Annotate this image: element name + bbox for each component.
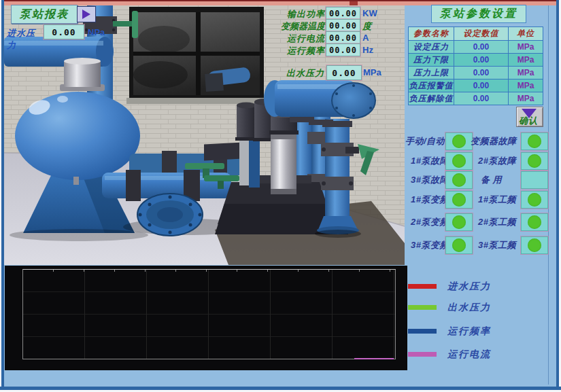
output-power-value: 00.00	[326, 7, 360, 20]
hmi-main-screen: 泵站报表 进水压力 0.00 NPa 输出功率 00.00 KW 变频器温度 0…	[0, 0, 561, 392]
param-value-field[interactable]: 0.00	[454, 67, 509, 79]
inlet-pressure-value: 0.00	[44, 24, 84, 39]
status-label-pump2-fault: 2#泵故障	[478, 155, 516, 167]
param-unit: MPa	[509, 92, 543, 105]
param-value-field[interactable]: 0.00	[454, 41, 509, 54]
header-pipe	[264, 80, 375, 118]
confirm-button[interactable]: 确认	[516, 107, 543, 127]
status-label-pump1-fault: 1#泵故障	[411, 155, 449, 167]
lamp-dot-icon	[452, 193, 466, 207]
status-label-pump1-mains: 1#泵工频	[478, 194, 516, 206]
legend-swatch-inlet	[408, 284, 437, 289]
param-unit: MPa	[509, 67, 543, 79]
status-lamp-pump3-vfd	[445, 236, 473, 254]
lamp-dot-icon	[452, 173, 466, 187]
param-name: 压力下限	[409, 54, 454, 67]
lamp-dot-icon	[452, 154, 466, 168]
status-label-pump2-mains: 2#泵工频	[478, 216, 516, 228]
settings-panel-title: 泵站参数设置	[431, 5, 526, 23]
trend-chart	[5, 266, 407, 370]
lamp-dot-icon	[452, 135, 466, 148]
status-label-spare: 备 用	[481, 174, 502, 186]
outlet-pressure-value: 0.00	[326, 65, 362, 80]
param-name: 设定压力	[409, 41, 454, 54]
run-frequency-value: 00.00	[326, 43, 360, 56]
report-button[interactable]: 泵站报表	[11, 5, 78, 24]
table-row: 压力上限 0.00 MPa	[409, 67, 543, 79]
inlet-pressure-unit: NPa	[88, 27, 105, 37]
col-header-name: 参数名称	[409, 27, 454, 41]
param-name: 压力上限	[409, 67, 454, 79]
legend-label-inlet: 进水压力	[447, 281, 491, 293]
status-lamp-auto-manual	[445, 132, 473, 150]
status-lamp-vfd-fault	[521, 132, 548, 150]
param-unit: MPa	[509, 79, 543, 92]
output-power-label: 输出功率	[277, 8, 325, 20]
status-lamp-pump2-mains	[521, 213, 548, 231]
inlet-pressure-label: 进水压力	[7, 27, 44, 52]
status-label-vfd-fault: 变频器故障	[471, 135, 517, 147]
status-lamp-pump2-vfd	[445, 213, 473, 231]
outlet-pressure-unit: MPa	[363, 67, 381, 77]
inverter-temp-label: 变频器温度	[277, 20, 325, 33]
plot-top-ticks	[23, 270, 395, 272]
param-unit: MPa	[509, 41, 543, 54]
status-label-pump3-mains: 3#泵工频	[478, 239, 516, 251]
lamp-dot-icon	[528, 154, 541, 168]
param-value-field[interactable]: 0.00	[454, 54, 509, 67]
output-power-unit: KW	[362, 8, 377, 18]
param-unit: MPa	[509, 54, 543, 67]
window	[126, 7, 267, 104]
status-label-pump3-fault: 3#泵故障	[411, 174, 449, 186]
status-label-auto-manual: 手动/自动	[405, 135, 445, 147]
table-row: 压力下限 0.00 MPa	[409, 54, 543, 67]
confirm-label: 确认	[519, 115, 538, 127]
param-name: 负压解除值	[409, 92, 454, 105]
status-lamp-spare	[521, 171, 548, 189]
table-row: 设定压力 0.00 MPa	[409, 41, 543, 54]
frame-left-border	[1, 0, 4, 392]
legend-swatch-frequency	[408, 329, 437, 334]
legend-label-current: 运行电流	[447, 349, 491, 361]
param-name: 负压报警值	[409, 79, 454, 92]
param-value-field[interactable]: 0.00	[454, 92, 509, 105]
lamp-dot-icon	[452, 238, 466, 252]
inverter-temp-value: 00.00	[326, 19, 360, 32]
table-row: 负压解除值 0.00 MPa	[409, 92, 543, 105]
status-lamp-pump1-fault	[445, 152, 473, 170]
run-frequency-unit: Hz	[362, 45, 373, 55]
legend-label-outlet: 出水压力	[447, 302, 491, 314]
lamp-dot-icon	[528, 238, 541, 252]
legend-label-frequency: 运行频率	[447, 325, 491, 338]
status-lamp-pump1-vfd	[445, 191, 473, 209]
parameter-table: 参数名称 设定数值 单位 设定压力 0.00 MPa 压力下限 0.00 MPa…	[408, 26, 543, 105]
lamp-dot-icon	[528, 193, 541, 207]
col-header-unit: 单位	[509, 27, 543, 41]
status-lamp-pump3-mains	[521, 236, 548, 254]
param-value-field[interactable]: 0.00	[454, 79, 509, 92]
lamp-dot-icon	[528, 215, 541, 229]
status-label-pump3-vfd: 3#泵变频	[411, 239, 449, 251]
lamp-dot-icon	[528, 135, 541, 148]
frame-bottom-border	[0, 387, 561, 390]
col-header-value: 设定数值	[454, 27, 509, 41]
frame-right-border	[556, 0, 559, 392]
run-current-trace	[354, 358, 394, 359]
status-label-pump2-vfd: 2#泵变频	[411, 216, 449, 228]
status-lamp-pump1-mains	[521, 191, 548, 209]
run-current-label: 运行电流	[277, 33, 325, 45]
table-row: 负压报警值 0.00 MPa	[409, 79, 543, 92]
run-frequency-label: 运行频率	[277, 45, 325, 57]
lamp-dot-icon	[452, 215, 466, 229]
legend-swatch-outlet	[408, 305, 437, 310]
inverter-temp-unit: 度	[362, 20, 371, 33]
report-play-button[interactable]	[77, 6, 96, 22]
legend-swatch-current	[408, 352, 437, 357]
run-current-value: 00.00	[326, 31, 360, 44]
status-label-pump1-vfd: 1#泵变频	[411, 194, 449, 206]
trend-plot-grid	[22, 269, 396, 359]
status-lamp-pump3-fault	[445, 171, 473, 189]
right-panel-divider	[548, 5, 549, 385]
outlet-pressure-label: 出水压力	[286, 67, 324, 79]
play-icon	[82, 10, 90, 19]
